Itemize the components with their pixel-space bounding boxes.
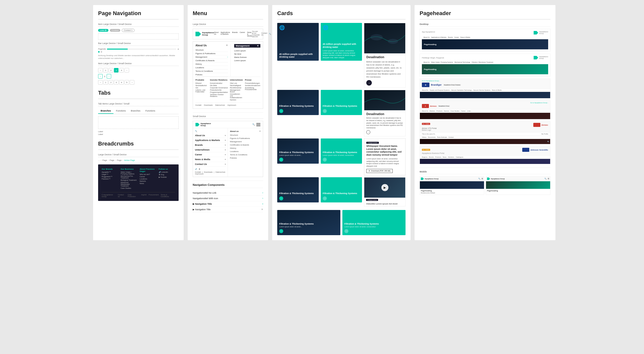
pg-b4[interactable]: 3 [114, 80, 118, 85]
filt7-arrow[interactable]: → [279, 229, 283, 233]
mobile-item-brands[interactable]: Brands › [195, 143, 226, 148]
mobile-sub-locations[interactable]: Locations [230, 150, 261, 153]
filtration-card-dark1[interactable]: Filtration & Thickening Systems → [277, 90, 319, 115]
footer-imprint[interactable]: Imprint [141, 194, 146, 197]
footer-link-youtube[interactable]: ▶ Youtube [159, 176, 175, 178]
mobile-item-unt[interactable]: Unternehmen › [195, 148, 226, 152]
filtration-card-dark2[interactable]: Filtration & Thickening Systems Lorem ip… [277, 138, 319, 164]
nav-news[interactable]: News & Media [247, 31, 252, 37]
pg-b5[interactable]: 4 [119, 80, 124, 85]
footer-link-advanced[interactable]: Advanced Wastewater Treatment [121, 182, 137, 187]
about-close[interactable]: ✕ [226, 44, 228, 47]
prod-lebens[interactable]: Lebens- und Futtermittel [195, 89, 208, 93]
mobile-sub-structure[interactable]: Structure [230, 133, 261, 137]
footer-link-news[interactable]: News [140, 183, 156, 184]
pg-b6[interactable]: 5 [125, 80, 129, 85]
about-management[interactable]: Management › [195, 55, 228, 59]
footer-link-passivex[interactable]: Passivex™ [102, 178, 118, 180]
unt-mgmt[interactable]: Management Board [230, 89, 243, 93]
bn-news[interactable]: News & Media [492, 89, 502, 91]
download-btn[interactable]: ⬇ Download (PDF, 390 kB) [366, 169, 393, 173]
mobile-datenschutz[interactable]: Datenschutz [216, 171, 225, 173]
a1n-career[interactable]: Career [461, 110, 465, 112]
jn-regions[interactable]: Regions [422, 156, 427, 158]
about-locations[interactable]: Locations [195, 66, 228, 69]
search-icon[interactable]: 🔍 [269, 33, 271, 35]
arrow-left[interactable]: ◀ [177, 48, 179, 50]
about-structure[interactable]: Structure [195, 48, 228, 52]
card-globe-dark[interactable]: 🌐 45 million people supplied with drinki… [277, 23, 319, 61]
mini-next[interactable]: › [107, 74, 111, 79]
pg-3[interactable]: 3 [114, 68, 118, 73]
mobile-right-close[interactable]: ✕ [259, 130, 261, 132]
mgmt-link2[interactable]: Nir Amir [234, 52, 260, 56]
unt-ueber[interactable]: Über uns [230, 82, 243, 84]
contact-link[interactable]: Contact Us [261, 32, 267, 36]
filt1-arrow[interactable]: → [279, 109, 283, 113]
mobile-sub-figures[interactable]: Figures & Publications [230, 137, 261, 140]
unt-karriere[interactable]: Karriere [230, 99, 243, 101]
mobile-ph-search1[interactable]: 🔍 [478, 178, 480, 180]
footer-link-locations[interactable]: Locations [140, 178, 156, 180]
filt5-arrow[interactable]: → [279, 196, 283, 200]
mobile-sub-mgmt[interactable]: Management [230, 140, 261, 143]
bn-vacuum[interactable]: Vacuum Sanitation Technology [451, 89, 472, 91]
fln-water[interactable]: Water Intake / Pumping Systems [431, 61, 453, 63]
inv-gov[interactable]: Corporate Governance [210, 87, 228, 89]
mobile-item-about[interactable]: About Us › [195, 133, 226, 138]
pnl-news[interactable]: News & Media [460, 37, 470, 38]
bn-supply[interactable]: Supply and Disposal Systems [430, 89, 450, 91]
pr-sonder[interactable]: Sondernörmationen [245, 84, 261, 87]
filt8-arrow[interactable]: → [344, 229, 348, 233]
nav-comp-close4[interactable]: ✕ [261, 208, 263, 211]
about-history[interactable]: History [195, 62, 228, 66]
footer-link-xing[interactable]: ✖ Xing [159, 174, 175, 176]
a1n-news[interactable]: Markets [430, 110, 435, 112]
fl-datenschutz[interactable]: Datenschutz [215, 104, 225, 106]
footer-link-career[interactable]: Career [140, 176, 156, 178]
footer-link-aquaplier[interactable]: Aquaplier™ [102, 171, 118, 173]
unt-nach[interactable]: Nachhaltigkeit [230, 84, 243, 87]
tab-functions1[interactable]: Functions [113, 108, 128, 114]
footer-link-linkedin[interactable]: 🔗 LinkedIn [159, 171, 175, 173]
pg-1[interactable]: 1 [103, 68, 108, 73]
pr-ausst[interactable]: Ausstellung Presseberichte [245, 87, 261, 91]
footer-procurement[interactable]: Procurement [149, 194, 159, 197]
tab-branches1[interactable]: Branches [98, 108, 113, 114]
pnl-about[interactable]: About Us [423, 37, 430, 38]
filtration-card-dark4[interactable]: Filtration & Thickening Systems Lorem ip… [277, 210, 340, 235]
inv-verleiher[interactable]: Verleiher Investor Relations [210, 93, 228, 97]
fln-filtration[interactable]: Filtration / Membrane Treatment [472, 61, 493, 63]
footer-link-case[interactable]: Case Studies [121, 187, 137, 189]
footer-link-ruggedizer[interactable]: Ruggedizer™ [102, 176, 118, 178]
dot-2[interactable] [101, 51, 102, 53]
nav-comp-3[interactable]: ▶ Navigation Title › [193, 201, 263, 207]
bn-vacuum2[interactable]: Vacuum Service Systems [473, 89, 490, 91]
nav-apps[interactable]: Applications & Markets [221, 31, 230, 37]
jn-solutions[interactable]: Solutions [448, 156, 454, 158]
inv-konzern[interactable]: Konzernstruktur [210, 82, 228, 84]
desal2-arrow[interactable]: → [366, 130, 370, 134]
filt4-arrow[interactable]: → [323, 158, 327, 162]
pg-b3[interactable]: 2 [109, 80, 113, 85]
vn-docs[interactable]: Documents [428, 136, 435, 138]
pg-next[interactable]: › [125, 68, 129, 73]
nav-career[interactable]: Career [240, 31, 245, 37]
mobile-kontakt[interactable]: Kontakt [195, 171, 201, 173]
nav-brands[interactable]: Brands [232, 31, 238, 37]
vn-parts[interactable]: Parts Estimate [437, 136, 447, 138]
filtration-card-dark3[interactable]: Filtration & Thickening Systems → [277, 177, 319, 202]
pr-press[interactable]: Pressemitteilungen [245, 82, 261, 84]
footer-contact[interactable]: Contact us [118, 194, 126, 197]
fln-about[interactable]: About Us [423, 61, 430, 63]
inv-prog[interactable]: Programmpräsentation [210, 91, 228, 93]
mobile-item-contact[interactable]: Contact Us › [195, 162, 226, 167]
mobile-search[interactable]: 🔍 [252, 123, 255, 126]
a1n-prod[interactable]: Products [436, 110, 442, 112]
bc-2[interactable]: Page [102, 159, 107, 161]
about-policies[interactable]: Policies [195, 73, 228, 77]
fl-downloads[interactable]: Downloads [204, 104, 213, 106]
footer-link-who[interactable]: Who we are? [140, 173, 156, 175]
footer-terms[interactable]: Terms & Conditions [161, 194, 175, 197]
mobile-ph-search2[interactable]: 🔍 [544, 178, 547, 180]
